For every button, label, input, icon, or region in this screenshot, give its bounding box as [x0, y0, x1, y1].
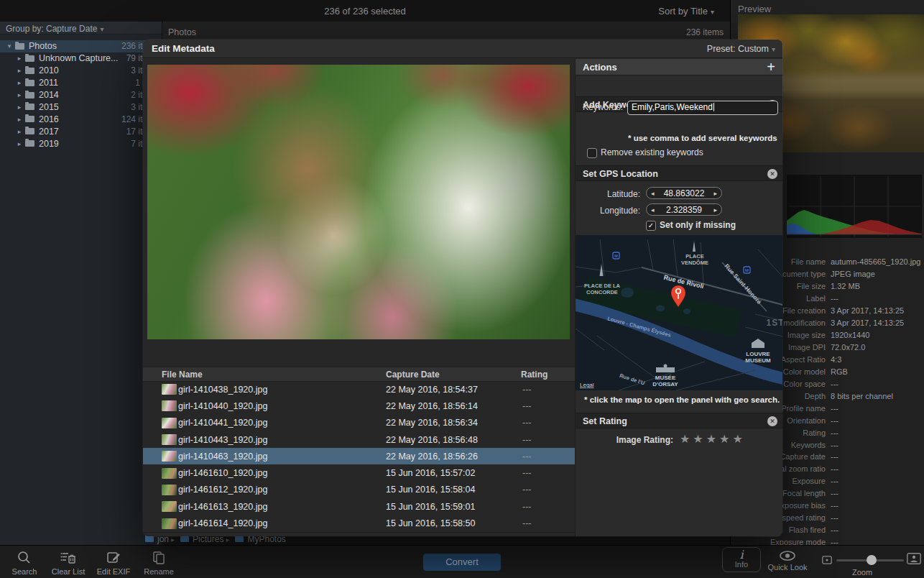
- star-icon[interactable]: ★: [719, 433, 732, 445]
- rename-icon: [150, 549, 167, 566]
- table-row[interactable]: girl-1461614_1920.jpg 15 Jun 2016, 15:58…: [143, 515, 575, 531]
- metro-icon: M: [614, 254, 618, 258]
- sort-by-dropdown[interactable]: Sort by Title▾: [658, 6, 714, 17]
- column-header-capture-date[interactable]: Capture Date: [386, 370, 440, 380]
- zoom-slider-knob[interactable]: [867, 555, 877, 565]
- sidebar-tree-item[interactable]: ▸ 2017 17 items: [0, 125, 162, 137]
- sidebar-tree-item[interactable]: ▸ Unknown Capture... 79 items: [0, 52, 162, 65]
- column-header-file-name[interactable]: File Name: [162, 370, 203, 380]
- stepper-decrement-icon[interactable]: ◂: [651, 206, 655, 214]
- star-icon[interactable]: ★: [693, 433, 706, 445]
- folder-label: 2011: [39, 78, 135, 88]
- disclosure-triangle-icon[interactable]: ▸: [16, 140, 23, 147]
- disclosure-triangle-icon[interactable]: ▸: [16, 79, 23, 86]
- folder-icon: [25, 140, 34, 147]
- convert-button[interactable]: Convert: [423, 554, 501, 571]
- sidebar-tree-item[interactable]: ▸ 2010 3 items: [0, 65, 162, 77]
- metadata-value: 3 Apr 2017, 14:13:25: [831, 318, 924, 327]
- map-legal-link[interactable]: Legal: [580, 382, 594, 388]
- sidebar-tree-item[interactable]: ▸ 2015 3 items: [0, 101, 162, 113]
- longitude-label: Longitude:: [576, 206, 640, 216]
- preview-panel-title: Preview: [738, 4, 771, 14]
- gps-location-map[interactable]: PLACE VENDÔME PLACE DE LA CONCORDE Rue d…: [576, 235, 782, 390]
- rating-cell: ---: [522, 401, 532, 411]
- file-name-cell: girl-1410441_1920.jpg: [178, 418, 267, 428]
- metadata-value: ---: [831, 526, 924, 534]
- disclosure-triangle-icon[interactable]: ▸: [16, 128, 23, 135]
- longitude-value: 2.328359: [666, 205, 702, 215]
- capture-date-cell: 15 Jun 2016, 15:58:04: [386, 485, 475, 495]
- image-rating-stars[interactable]: ★★★★★: [680, 432, 746, 446]
- sidebar-tree-item[interactable]: ▸ 2019 7 items: [0, 137, 162, 150]
- folder-label: 2019: [39, 139, 131, 149]
- rgb-histogram: [787, 175, 922, 238]
- file-thumbnail: [162, 501, 177, 512]
- file-name-cell: girl-1410463_1920.jpg: [178, 451, 267, 462]
- rename-button[interactable]: Rename: [136, 548, 182, 576]
- app-window: 236 of 236 selected Sort by Title▾ Group…: [0, 0, 924, 578]
- stepper-increment-icon[interactable]: ▸: [713, 206, 717, 214]
- star-icon[interactable]: ★: [680, 433, 693, 445]
- folder-icon: [25, 104, 34, 110]
- rating-cell: ---: [522, 451, 532, 462]
- disclosure-triangle-icon[interactable]: ▸: [16, 67, 23, 74]
- disclosure-triangle-icon[interactable]: ▾: [6, 42, 13, 50]
- rating-cell: ---: [522, 468, 532, 478]
- stepper-decrement-icon[interactable]: ◂: [651, 190, 655, 197]
- remove-existing-keywords-checkbox[interactable]: [587, 148, 597, 158]
- column-header-rating[interactable]: Rating: [521, 370, 548, 380]
- stepper-increment-icon[interactable]: ▸: [713, 190, 717, 197]
- star-icon[interactable]: ★: [706, 433, 719, 445]
- file-thumbnail: [162, 400, 177, 411]
- preset-dropdown[interactable]: Preset: Custom▾: [707, 44, 775, 54]
- file-thumbnail: [162, 451, 177, 462]
- close-icon[interactable]: ✕: [767, 169, 777, 179]
- group-by-dropdown[interactable]: Group by: Capture Date▾: [0, 22, 162, 35]
- info-button[interactable]: i Info: [722, 547, 761, 572]
- folder-icon: [25, 92, 34, 98]
- table-row[interactable]: girl-1410438_1920.jpg 22 May 2016, 18:54…: [143, 381, 575, 398]
- table-row[interactable]: girl-1461613_1920.jpg 15 Jun 2016, 15:59…: [143, 498, 575, 515]
- edit-exif-button[interactable]: Edit EXIF: [91, 548, 137, 576]
- disclosure-triangle-icon[interactable]: ▸: [16, 104, 23, 111]
- sidebar-tree-item[interactable]: ▸ 2016 124 items: [0, 113, 162, 125]
- quick-look-button[interactable]: Quick Look: [764, 548, 810, 572]
- latitude-stepper[interactable]: ◂ 48.863022 ▸: [646, 187, 722, 199]
- disclosure-triangle-icon[interactable]: ▸: [16, 116, 23, 123]
- add-action-button[interactable]: +: [767, 59, 775, 75]
- metadata-value: ---: [831, 501, 924, 510]
- search-button[interactable]: Search: [1, 548, 47, 576]
- metadata-value: 72.0x72.0: [831, 343, 924, 352]
- sidebar-tree-item[interactable]: ▾ Photos 236 items: [0, 40, 162, 52]
- rating-cell: ---: [522, 518, 532, 528]
- folder-icon: [145, 536, 154, 542]
- disclosure-triangle-icon[interactable]: ▸: [16, 55, 23, 62]
- metadata-value: 4:3: [831, 355, 924, 364]
- longitude-stepper[interactable]: ◂ 2.328359 ▸: [646, 203, 722, 216]
- metadata-value: ---: [831, 489, 924, 497]
- capture-date-cell: 22 May 2016, 18:56:48: [386, 435, 478, 445]
- sidebar-tree-item[interactable]: ▸ 2011 1 item: [0, 77, 162, 89]
- file-name-cell: girl-1410440_1920.jpg: [178, 401, 267, 411]
- sidebar-tree-item[interactable]: ▸ 2014 2 items: [0, 89, 162, 101]
- edit-exif-icon: [105, 549, 122, 566]
- table-row[interactable]: girl-1410463_1920.jpg 22 May 2016, 18:56…: [143, 448, 575, 464]
- chevron-down-icon: ▾: [711, 8, 714, 16]
- close-icon[interactable]: ✕: [767, 416, 777, 426]
- set-only-if-missing-checkbox[interactable]: ✓: [646, 221, 656, 231]
- table-row[interactable]: girl-1461610_1920.jpg 15 Jun 2016, 15:57…: [143, 464, 575, 481]
- folder-icon: [25, 55, 34, 62]
- keywords-input[interactable]: Emily,Paris,Weekend: [627, 101, 778, 115]
- table-row[interactable]: girl-1410440_1920.jpg 22 May 2016, 18:56…: [143, 398, 575, 414]
- map-label: MUSÉE: [655, 375, 676, 381]
- actions-header: Actions +: [576, 59, 782, 75]
- table-row[interactable]: girl-1461612_1920.jpg 15 Jun 2016, 15:58…: [143, 482, 575, 498]
- folder-icon: [25, 80, 34, 86]
- table-row[interactable]: girl-1410443_1920.jpg 22 May 2016, 18:56…: [143, 431, 575, 448]
- search-icon: [16, 549, 33, 566]
- star-icon[interactable]: ★: [732, 433, 745, 445]
- table-row[interactable]: girl-1410441_1920.jpg 22 May 2016, 18:56…: [143, 415, 575, 431]
- disclosure-triangle-icon[interactable]: ▸: [16, 91, 23, 98]
- latitude-value: 48.863022: [664, 188, 705, 198]
- clear-list-button[interactable]: Clear List: [45, 548, 91, 576]
